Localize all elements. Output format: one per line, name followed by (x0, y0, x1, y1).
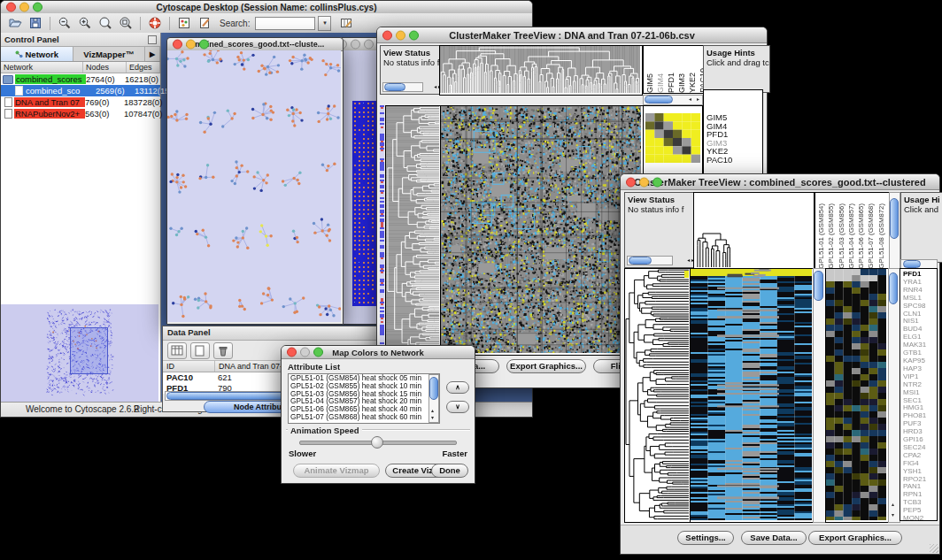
vizmapper-icon[interactable] (175, 15, 193, 31)
network-view-titlebar[interactable]: combined_scores_good.txt--cluste... (167, 38, 343, 51)
zoom-fit-icon[interactable] (117, 15, 135, 31)
zoom-out-icon[interactable] (56, 15, 73, 31)
column-dendrogram[interactable] (440, 46, 640, 93)
tab-vizmapper[interactable]: VizMapper™ (73, 47, 146, 61)
attribute-scrollbar[interactable]: ▴▾ (429, 374, 439, 423)
column-label[interactable]: GPL51-03 (GSM856) (837, 203, 846, 269)
treeview-dna-title: ClusterMaker TreeView : DNA and Tran 07-… (377, 30, 767, 41)
selection-heatmap[interactable] (826, 269, 886, 520)
column-header[interactable]: Edges (127, 62, 160, 73)
column-label[interactable]: GPL51-02 (GSM855) (826, 203, 836, 269)
minimize-icon[interactable] (351, 40, 360, 50)
move-down-button[interactable]: ∨ (446, 401, 469, 413)
expression-heatmap[interactable] (691, 269, 812, 520)
annotation-icon[interactable] (196, 15, 213, 31)
minimize-icon[interactable] (186, 40, 196, 50)
network-row[interactable]: combined_scores 2764(0) 16218(0) (1, 73, 160, 85)
float-panel-icon[interactable] (148, 35, 157, 44)
tab-network[interactable]: Network (1, 47, 73, 61)
expression-heatmap[interactable] (441, 106, 641, 353)
close-icon[interactable] (287, 348, 297, 357)
minimize-icon[interactable] (639, 177, 649, 187)
save-session-button[interactable] (27, 15, 44, 31)
network-overview-thumbnail[interactable] (1, 304, 158, 402)
column-label[interactable]: GIM5 (645, 73, 655, 93)
delete-attribute-icon[interactable] (213, 342, 233, 359)
column-label[interactable]: YKE2 (688, 73, 698, 93)
minimize-icon[interactable] (396, 30, 405, 40)
network-row[interactable]: combined_sco 2569(6) 13112(15) (1, 85, 160, 96)
open-session-button[interactable] (6, 15, 24, 31)
attribute-item[interactable]: GPL51-07 (GSM868) heat shock 60 min (289, 413, 439, 421)
zoom-window-icon[interactable] (313, 348, 323, 357)
zoom-window-icon[interactable] (364, 40, 374, 50)
data-column-header[interactable]: ID (163, 361, 215, 372)
zoom-window-icon[interactable] (199, 40, 209, 50)
treeview-combined-titlebar[interactable]: ClusterMaker TreeView : combined_scores_… (621, 174, 939, 190)
treeview-dna-titlebar[interactable]: ClusterMaker TreeView : DNA and Tran 07-… (377, 27, 767, 43)
row-dendrogram-panel (385, 105, 442, 356)
help-lifesaver-icon[interactable] (146, 15, 164, 31)
heatmap-vscrollbar[interactable] (813, 268, 826, 523)
zoom-window-icon[interactable] (33, 3, 42, 12)
labels-hscrollbar[interactable]: ◂▸ (643, 95, 703, 105)
network-row[interactable]: DNA and Tran 07 769(0) 183728(0) (1, 96, 160, 108)
network-nodes-count: 769(0) (85, 97, 124, 107)
column-label[interactable]: GPL51-06 (GSM865) (856, 203, 866, 269)
column-label[interactable]: GPL51-07 (GSM868) (866, 203, 876, 269)
labels-vscrollbar[interactable] (889, 192, 900, 270)
column-header[interactable]: Network (1, 62, 83, 73)
close-icon[interactable] (626, 177, 636, 187)
search-input[interactable] (255, 17, 315, 30)
gene-list-vscrollbar[interactable]: ▴▾ (888, 268, 900, 523)
settings-button[interactable]: Settings... (677, 531, 734, 545)
gene-label[interactable]: MON2 (903, 515, 937, 521)
usage-hints-title: Usage Hints (706, 48, 767, 58)
view-status-scrollbar[interactable] (382, 82, 423, 92)
zoom-window-icon[interactable] (409, 30, 419, 40)
animate-vizmap-button[interactable]: Animate Vizmap (293, 464, 380, 478)
tab-overflow-icon[interactable]: ▶ (145, 47, 160, 61)
zoom-selected-icon[interactable] (97, 15, 114, 31)
view-status-title: View Status (628, 195, 693, 204)
animation-slider-thumb[interactable] (371, 436, 383, 449)
close-icon[interactable] (173, 40, 182, 50)
column-label[interactable]: GPL51-04 (GSM857) (846, 203, 856, 269)
select-attributes-icon[interactable] (167, 342, 187, 359)
row-dendrogram[interactable] (625, 269, 689, 520)
done-button[interactable]: Done (431, 464, 468, 478)
column-label[interactable]: GPL51-01 (GSM854) (816, 203, 826, 269)
minimize-icon[interactable] (300, 348, 310, 357)
chevron-down-icon[interactable]: ▾ (318, 16, 331, 31)
export-graphics-button[interactable]: Export Graphics... (808, 531, 902, 545)
new-attribute-icon[interactable] (190, 342, 210, 359)
close-icon[interactable] (6, 3, 16, 12)
export-graphics-button[interactable]: Export Graphics... (506, 359, 586, 373)
row-dendrogram[interactable] (386, 106, 439, 353)
window-controls[interactable] (6, 3, 42, 12)
column-dendrogram[interactable] (694, 193, 812, 267)
column-label[interactable]: GIM3 (677, 73, 687, 93)
similarity-matrix[interactable] (645, 113, 700, 163)
zoom-window-icon[interactable] (652, 177, 662, 187)
column-label[interactable]: GPL51-08 (GSM872) (876, 203, 886, 269)
column-label[interactable]: GIM4 (656, 73, 666, 93)
minimize-icon[interactable] (19, 3, 29, 12)
view-status-scrollbar[interactable] (627, 256, 673, 265)
attribute-browser-icon[interactable] (337, 15, 355, 31)
column-label[interactable]: PFD1 (667, 73, 676, 93)
save-data-button[interactable]: Save Data... (741, 531, 807, 545)
resize-grip[interactable] (930, 544, 938, 553)
data-panel-title[interactable]: Data Panel (163, 326, 382, 341)
view-status-title: View Status (383, 48, 440, 58)
close-icon[interactable] (382, 30, 392, 40)
move-up-button[interactable]: ∧ (446, 381, 469, 394)
column-header[interactable]: Nodes (83, 62, 127, 73)
network-graph-view[interactable] (167, 50, 341, 322)
network-row[interactable]: RNAPuberNov2+ 563(0) 107847(0) (1, 108, 160, 119)
zoom-in-icon[interactable] (76, 15, 94, 31)
attribute-listbox[interactable]: GPL51-01 (GSM854) heat shock 05 minGPL51… (288, 373, 440, 424)
dialog-titlebar[interactable]: Map Colors to Network (282, 346, 475, 359)
cytoscape-titlebar[interactable]: Cytoscape Desktop (Session Name: collins… (1, 1, 532, 14)
row-label[interactable]: PAC10 (706, 156, 762, 165)
